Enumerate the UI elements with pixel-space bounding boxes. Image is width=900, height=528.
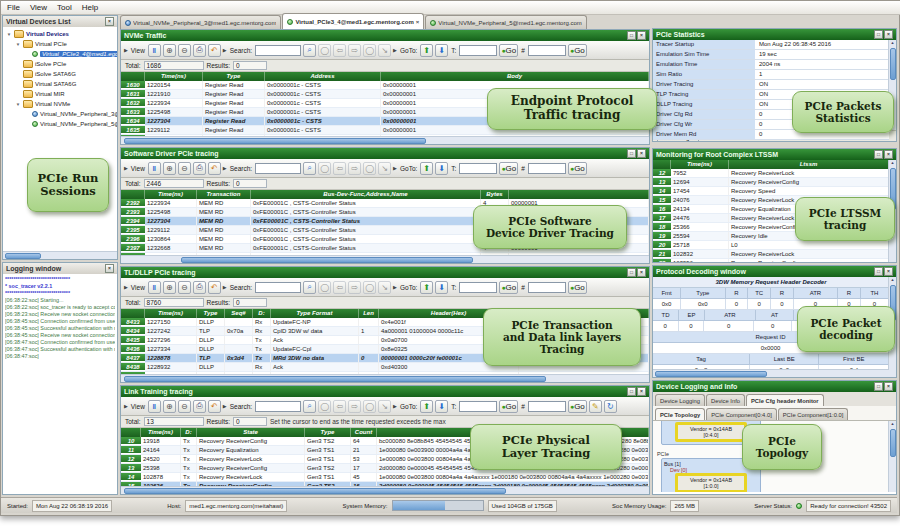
scrollbar-thumb[interactable] [5,253,41,259]
tree-item-virtual-nvme-peripheral-5-m[interactable]: Virtual_NVMe_Peripheral_5@m [3,119,117,129]
goto-down-button[interactable]: ⬇ [435,44,448,57]
goto-up-button[interactable]: ⬆ [420,44,433,57]
maximize-icon[interactable]: □ [874,267,883,276]
column-header[interactable]: Transaction [197,190,251,199]
close-icon[interactable]: × [637,387,646,396]
goto-down-button[interactable]: ⬇ [435,162,448,175]
tree-item-virtual-pcie[interactable]: ▼Virtual PCIe [3,39,117,49]
pause-button[interactable]: ‖ [148,400,161,413]
nav-stop2-button[interactable]: ◯ [363,400,376,413]
search-expander-icon[interactable]: ▶ [223,284,227,290]
maximize-icon[interactable]: □ [874,382,883,391]
view-label[interactable]: View [131,47,145,54]
table-row[interactable]: 21102832Recovery ReceiverLock [653,250,889,259]
hscrollbar[interactable] [121,255,649,263]
column-header[interactable]: Body [381,72,649,81]
print-button[interactable]: ⎙ [193,162,206,175]
nav-stop2-button[interactable]: ◯ [363,281,376,294]
goto-expander-icon[interactable]: ▶ [393,47,397,53]
go-index-button[interactable]: ●Go [568,281,587,294]
menu-tool[interactable]: Tool [57,3,72,12]
search-button[interactable]: ⌕ [303,400,316,413]
column-header[interactable]: Type [305,428,351,437]
table-row[interactable]: 1312694Recovery ReceiverConfig [653,178,889,187]
nav-stop2-button[interactable]: ◯ [363,162,376,175]
nav-prev-button[interactable]: ⇦ [333,44,346,57]
close-icon[interactable]: × [884,30,893,39]
zoom-in-button[interactable]: ⊕ [163,44,176,57]
goto-index-input[interactable] [528,45,566,56]
statistic-row[interactable]: Driver TracingON [653,80,889,90]
goto-expander-icon[interactable]: ▶ [393,284,397,290]
zoom-out-button[interactable]: ⊖ [178,281,191,294]
close-icon[interactable]: × [637,268,646,277]
zoom-out-button[interactable]: ⊖ [178,44,191,57]
scrollbar-thumb[interactable] [890,429,896,457]
session-tab[interactable]: Virtual_NVMe_Peripheral_3@med1.egc.mento… [120,15,281,29]
tab-device-info[interactable]: Device Info [706,394,745,406]
menu-view[interactable]: View [30,3,47,12]
expander-icon[interactable]: ▼ [6,32,12,37]
column-header[interactable]: Count [351,428,377,437]
session-tab[interactable]: Virtual_NVMe_Peripheral_5@med1.egc.mento… [425,15,586,29]
table-row[interactable]: 22103556Recovery ReceiverConfig [653,259,889,263]
nav-stop-button[interactable]: ◯ [318,281,331,294]
search-expander-icon[interactable]: ▶ [223,47,227,53]
refresh-button[interactable]: ↻ [604,400,617,413]
expander-icon[interactable]: ▼ [15,42,21,47]
go-time-button[interactable]: ●Go [499,44,518,57]
table-row[interactable]: 1417454Recovery Speed [653,187,889,196]
search-input[interactable] [255,163,301,174]
search-button[interactable]: ⌕ [303,44,316,57]
table-row[interactable]: 2025718L0 [653,241,889,250]
search-expander-icon[interactable]: ▶ [223,165,227,171]
scrollbar-thumb[interactable] [124,488,506,494]
statistic-row[interactable]: Tracer StartupMon Aug 22 06:38:45 2016 [653,40,889,50]
column-header[interactable]: D: [181,428,197,437]
zoom-in-button[interactable]: ⊕ [163,281,176,294]
view-expander-icon[interactable]: ▶ [124,165,128,171]
goto-time-input[interactable] [459,282,497,293]
scrollbar-thumb[interactable] [124,376,546,382]
goto-up-button[interactable]: ⬆ [420,162,433,175]
nav-next-button[interactable]: ⇨ [348,44,361,57]
marker-button[interactable]: ✎ [589,400,602,413]
subtab-pcie-component-1-0-0-[interactable]: PCIe Component[1:0.0] [778,408,849,420]
goto-index-input[interactable] [528,401,566,412]
tree-hscrollbar[interactable] [3,251,117,259]
column-header[interactable]: Bytes [481,190,509,199]
goto-expander-icon[interactable]: ▶ [393,165,397,171]
statistic-row[interactable]: Emulation Sim Time19 sec [653,50,889,60]
nav-jump-button[interactable]: ↘ [378,281,391,294]
maximize-icon[interactable]: □ [874,30,883,39]
undo-button[interactable]: ↶ [208,44,221,57]
nav-stop2-button[interactable]: ◯ [363,44,376,57]
view-expander-icon[interactable]: ▶ [124,47,128,53]
pause-button[interactable]: ‖ [148,44,161,57]
hscrollbar[interactable] [121,486,649,494]
tab-pcie-cfg-header-monitor[interactable]: PCIe Cfg header Monitor [746,394,824,406]
go-time-button[interactable]: ●Go [499,400,518,413]
close-icon[interactable]: × [884,150,893,159]
pause-button[interactable]: ‖ [148,281,161,294]
statistic-row[interactable]: Emulation Time2004 ns [653,60,889,70]
print-button[interactable]: ⎙ [193,281,206,294]
pause-button[interactable]: ‖ [148,162,161,175]
go-time-button[interactable]: ●Go [499,162,518,175]
undo-button[interactable]: ↶ [208,281,221,294]
maximize-icon[interactable]: □ [627,268,636,277]
goto-index-input[interactable] [528,282,566,293]
nav-jump-button[interactable]: ↘ [378,400,391,413]
nav-jump-button[interactable]: ↘ [378,44,391,57]
scrollbar-thumb[interactable] [890,48,896,80]
column-header[interactable]: Ltssm [729,160,889,169]
zoom-in-button[interactable]: ⊕ [163,400,176,413]
column-header[interactable]: Len [359,309,379,318]
column-header[interactable]: Address [265,72,381,81]
search-input[interactable] [255,401,301,412]
go-time-button[interactable]: ●Go [499,281,518,294]
goto-expander-icon[interactable]: ▶ [393,403,397,409]
search-input[interactable] [255,45,301,56]
scrollbar-thumb[interactable] [181,257,473,263]
tree-item-virtual-nvme-peripheral-3-m[interactable]: Virtual_NVMe_Peripheral_3@m [3,109,117,119]
